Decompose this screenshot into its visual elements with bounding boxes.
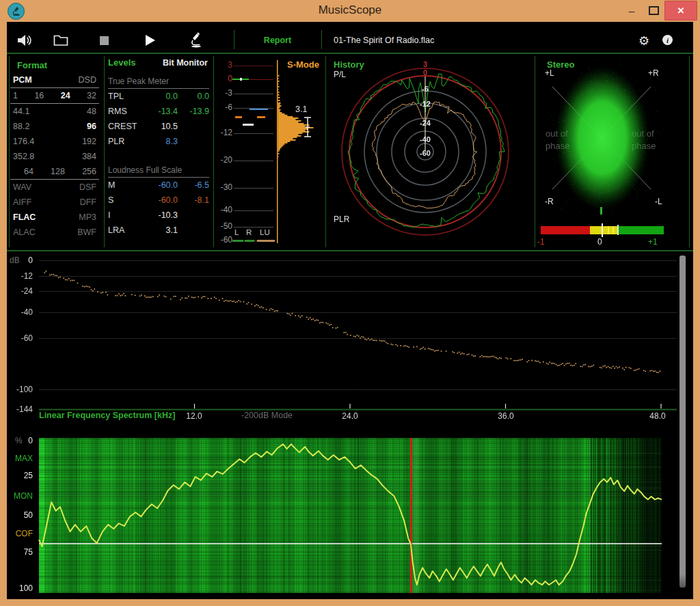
correlation-segment — [541, 226, 590, 234]
levels-section-heading: Loudness Full Scale — [108, 165, 209, 178]
bit-monitor-label[interactable]: Bit Monitor — [163, 58, 208, 68]
levels-row-label: LRA — [108, 225, 150, 235]
meter-scale-label: -30 — [216, 182, 232, 192]
correlation-tick — [612, 226, 614, 234]
format-value: 176.4 — [13, 137, 34, 146]
meter-scale-line — [234, 161, 273, 161]
spectrum-labels-item: 48.0 — [644, 411, 671, 421]
level-meter: 30-3-6-12-20-30-40-50-60LRLU — [216, 57, 279, 249]
meter-legend-dash — [232, 240, 243, 242]
levels-row-label: RMS — [108, 107, 150, 116]
meter-scale-label: 0 — [216, 74, 232, 83]
levels-panel-title: Levels — [108, 57, 135, 68]
format-value: FLAC — [13, 212, 36, 222]
meter-scale-label: 3 — [216, 60, 232, 70]
meter-scale-line — [234, 227, 273, 228]
correlation-label: -1 — [537, 237, 545, 247]
levels-row-label: CREST — [108, 122, 150, 131]
format-value: 352.8 — [13, 152, 34, 161]
history-scope-canvas — [327, 56, 533, 249]
format-row: 352.8384 — [10, 149, 99, 164]
meter-scale-label: -20 — [216, 155, 232, 165]
volume-button[interactable] — [16, 33, 33, 48]
meter-scale-line — [234, 94, 273, 94]
format-panel: PCMDSD116243244.14888.296176.4192352.838… — [10, 72, 99, 240]
levels-row: CREST10.5 — [108, 119, 209, 134]
minimize-button[interactable]: – — [621, 1, 643, 20]
goniometer-canvas — [537, 56, 693, 224]
format-value: 64 — [24, 167, 33, 176]
format-row: WAVDSF — [10, 180, 99, 195]
settings-button[interactable]: ⚙ — [638, 33, 649, 49]
window-controls: – ✕ — [621, 0, 697, 20]
format-value: WAV — [13, 182, 31, 192]
levels-body: True Peak MeterTPL0.00.0RMS-13.4-13.9CRE… — [108, 77, 209, 238]
speaker-icon — [16, 33, 33, 48]
window-title: MusicScope — [0, 3, 700, 17]
format-value: 192 — [82, 137, 96, 146]
report-button[interactable]: Report — [239, 36, 316, 45]
maximize-button[interactable] — [643, 1, 664, 20]
levels-row: RMS-13.4-13.9 — [108, 104, 209, 119]
app-window: MusicScope – ✕ Report 01-The Spirit Of R… — [0, 0, 700, 606]
analyze-button[interactable] — [189, 31, 202, 48]
format-row: 88.296 — [10, 119, 99, 134]
meter-legend-dash — [245, 240, 254, 242]
levels-row-label: TPL — [108, 92, 150, 101]
levels-row-label: I — [108, 210, 150, 220]
format-value: 16 — [34, 91, 44, 100]
section-divider — [7, 250, 693, 251]
format-row: 1162432 — [10, 88, 99, 104]
open-file-button[interactable] — [53, 34, 68, 46]
spectrogram-labels-item: 100 — [5, 583, 33, 593]
info-button[interactable]: i — [662, 35, 673, 45]
correlation-segment — [617, 226, 664, 234]
meter-legend-label: L — [234, 228, 239, 236]
toolbar-divider — [7, 53, 693, 54]
stop-button[interactable] — [100, 36, 109, 45]
toolbar-separator — [234, 30, 234, 49]
meter-indicator-mark — [235, 116, 242, 118]
format-row: 64128256 — [10, 164, 99, 180]
format-row: AIFFDFF — [10, 195, 99, 210]
meter-scale-line — [234, 210, 273, 211]
meter-scale-label: -12 — [216, 128, 232, 137]
panel-separator — [104, 56, 105, 247]
levels-row: S-60.0-8.1 — [108, 193, 209, 208]
format-value: 256 — [82, 167, 96, 176]
levels-panel: Levels Bit Monitor True Peak MeterTPL0.0… — [108, 57, 209, 238]
levels-value: -60.0 — [150, 195, 178, 205]
stereo-corner-minus-l: -L — [655, 197, 662, 206]
levels-value: -10.3 — [150, 210, 178, 220]
close-button[interactable]: ✕ — [664, 1, 697, 20]
spectrum-labels-item: -12 — [5, 271, 33, 281]
correlation-tick — [617, 225, 619, 235]
correlation-label: +1 — [648, 237, 658, 247]
format-value: AIFF — [13, 197, 31, 207]
format-row: PCMDSD — [10, 72, 99, 88]
panel-separator — [535, 56, 535, 247]
format-value: 128 — [51, 167, 65, 176]
stereo-corner-plus-l: +L — [545, 68, 554, 78]
spectrum-mode-label: -200dB Mode — [241, 411, 293, 420]
levels-value: -8.1 — [178, 195, 209, 205]
meter-scale-line — [234, 66, 273, 66]
meter-scale-line — [234, 188, 273, 189]
meter-scale-label: -6 — [216, 102, 232, 112]
vertical-scrollbar[interactable] — [679, 256, 686, 588]
format-value: BWF — [77, 228, 96, 237]
spectrum-title: Linear Frequency Spectrum [kHz] — [39, 411, 175, 420]
format-value: 48 — [87, 107, 96, 116]
play-button[interactable] — [146, 35, 155, 46]
spectrogram-labels-item: MAX — [5, 454, 33, 463]
correlation-position-tick — [600, 207, 602, 215]
stereo-corner-plus-r: +R — [648, 68, 659, 78]
spectrum-labels-item: -40 — [5, 307, 33, 317]
spectrogram-labels-item: COF — [5, 529, 33, 538]
levels-row: TPL0.00.0 — [108, 89, 209, 104]
spectrogram-canvas — [7, 436, 693, 599]
toolbar-separator — [321, 30, 322, 49]
format-value: 384 — [82, 152, 96, 161]
format-value: DSF — [79, 182, 96, 192]
format-row: 44.148 — [10, 104, 99, 119]
